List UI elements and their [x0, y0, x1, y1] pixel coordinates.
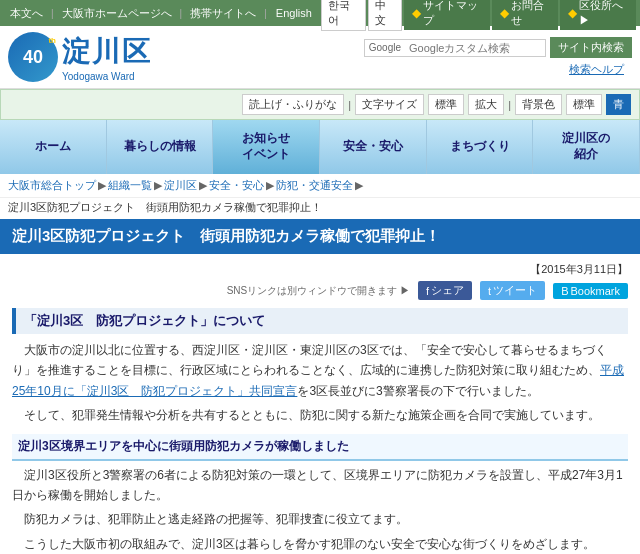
article-heading: 淀川3区防犯プロジェクト 街頭用防犯カメラ稼働で犯罪抑止！ — [0, 219, 640, 254]
acc-blue[interactable]: 青 — [606, 94, 631, 115]
main-navigation: ホーム 暮らしの情報 お知らせ イベント 安全・安心 まちづくり 淀川区の 紹介 — [0, 120, 640, 174]
share-icon: f — [426, 285, 429, 297]
section1-heading-text: 「淀川3区 防犯プロジェクト」について — [24, 313, 265, 328]
article-path: 淀川3区防犯プロジェクト 街頭用防犯カメラ稼働で犯罪抑止！ — [0, 198, 640, 219]
top-nav-contact[interactable]: ◆お問合せ — [492, 0, 558, 30]
logo-kanji: 淀川区 — [62, 33, 152, 71]
sep3: | — [264, 8, 267, 19]
tweet-button[interactable]: t ツイート — [480, 281, 545, 300]
bc-sep5: ▶ — [355, 179, 363, 192]
bc-sep2: ▶ — [154, 179, 162, 192]
acc-reading[interactable]: 読上げ・ふりがな — [242, 94, 344, 115]
sep1: | — [51, 8, 54, 19]
link-sengen[interactable]: 平成25年10月に「淀川3区 防犯プロジェクト」共同宣言 — [12, 363, 624, 397]
section2-para1: 淀川3区役所と3警察署の6者による防犯対策の一環として、区境界エリアに防犯カメラ… — [12, 465, 628, 506]
section2-heading-text: 淀川3区境界エリアを中心に街頭用防犯カメラが稼働しました — [18, 439, 349, 453]
nav-intro[interactable]: 淀川区の 紹介 — [533, 120, 640, 174]
section2-para2-text: 防犯カメラは、犯罪防止と逃走経路の把握等、犯罪捜査に役立てます。 — [24, 512, 408, 526]
top-nav-english[interactable]: English — [269, 4, 319, 22]
search-input[interactable] — [405, 40, 545, 56]
top-nav-right: ◆サイトマップ ◆お問合せ ◆区役所へ▶ — [404, 0, 636, 30]
acc-sep2: | — [508, 99, 511, 111]
bc-sep3: ▶ — [199, 179, 207, 192]
article-path-text: 淀川3区防犯プロジェクト 街頭用防犯カメラ稼働で犯罪抑止！ — [8, 201, 322, 213]
acc-standard[interactable]: 標準 — [428, 94, 464, 115]
article-content: 【2015年3月11日】 SNSリンクは別ウィンドウで開きます ▶ f シェア … — [0, 254, 640, 554]
header-right: Google サイト内検索 検索ヘルプ — [196, 37, 632, 77]
tweet-label: ツイート — [493, 283, 537, 298]
logo-roman: Yodogawa Ward — [62, 71, 152, 82]
top-navigation: 本文へ | 大阪市ホームページへ | 携帯サイトへ | English 한국어 … — [0, 0, 640, 26]
acc-sep1: | — [348, 99, 351, 111]
bookmark-label: Bookmark — [570, 285, 620, 297]
article-date: 【2015年3月11日】 — [12, 262, 628, 277]
breadcrumb: 大阪市総合トップ ▶ 組織一覧 ▶ 淀川区 ▶ 安全・安心 ▶ 防犯・交通安全 … — [0, 174, 640, 198]
share-button[interactable]: f シェア — [418, 281, 472, 300]
breadcrumb-ward[interactable]: 淀川区 — [164, 178, 197, 193]
nav-news[interactable]: お知らせ イベント — [213, 120, 320, 174]
logo-number: 40 — [23, 47, 43, 68]
search-button[interactable]: サイト内検索 — [550, 37, 632, 58]
top-nav-mobile[interactable]: 携帯サイトへ — [184, 4, 262, 23]
bookmark-button[interactable]: B Bookmark — [553, 283, 628, 299]
top-nav-chinese[interactable]: 中文 — [368, 0, 402, 31]
contact-icon: ◆ — [500, 6, 509, 20]
breadcrumb-crime[interactable]: 防犯・交通安全 — [276, 178, 353, 193]
logo-area: 40 th 淀川区 Yodogawa Ward — [8, 32, 188, 82]
sitemap-icon: ◆ — [412, 6, 421, 20]
section1-para1-text: 大阪市の淀川以北に位置する、西淀川区・淀川区・東淀川区の3区では、「安全で安心し… — [12, 343, 624, 398]
top-nav-osaka[interactable]: 大阪市ホームページへ — [56, 4, 178, 23]
nav-safety[interactable]: 安全・安心 — [320, 120, 427, 174]
ward-icon: ◆ — [568, 6, 577, 20]
acc-large[interactable]: 拡大 — [468, 94, 504, 115]
acc-bgcolor[interactable]: 背景色 — [515, 94, 562, 115]
acc-fontsize[interactable]: 文字サイズ — [355, 94, 424, 115]
bc-sep4: ▶ — [266, 179, 274, 192]
search-help-link[interactable]: 検索ヘルプ — [569, 63, 624, 75]
acc-white[interactable]: 標準 — [566, 94, 602, 115]
section1-para2: そして、犯罪発生情報や分析を共有するとともに、防犯に関する新たな施策企画を合同で… — [12, 405, 628, 425]
section1-para1: 大阪市の淀川以北に位置する、西淀川区・淀川区・東淀川区の3区では、「安全で安心し… — [12, 340, 628, 401]
share-label: シェア — [431, 283, 464, 298]
bookmark-icon: B — [561, 285, 568, 297]
sep2: | — [180, 8, 183, 19]
tweet-icon: t — [488, 285, 491, 297]
top-nav-honbun[interactable]: 本文へ — [4, 4, 49, 23]
sns-bar: SNSリンクは別ウィンドウで開きます ▶ f シェア t ツイート B Book… — [12, 281, 628, 300]
breadcrumb-top[interactable]: 大阪市総合トップ — [8, 178, 96, 193]
top-nav-ward[interactable]: ◆区役所へ▶ — [560, 0, 636, 30]
sns-note: SNSリンクは別ウィンドウで開きます ▶ — [227, 284, 410, 298]
section2-heading: 淀川3区境界エリアを中心に街頭用防犯カメラが稼働しました — [12, 434, 628, 461]
date-text: 【2015年3月11日】 — [530, 263, 628, 275]
accessibility-bar: 読上げ・ふりがな | 文字サイズ 標準 拡大 | 背景色 標準 青 — [0, 89, 640, 120]
google-label: Google — [365, 40, 405, 55]
section2-para2: 防犯カメラは、犯罪防止と逃走経路の把握等、犯罪捜査に役立てます。 — [12, 509, 628, 529]
top-nav-sitemap[interactable]: ◆サイトマップ — [404, 0, 490, 30]
search-row: Google サイト内検索 — [364, 37, 632, 58]
nav-town[interactable]: まちづくり — [427, 120, 534, 174]
section2-para3: こうした大阪市初の取組みで、淀川3区は暮らしを脅かす犯罪のない安全で安心な街づく… — [12, 534, 628, 554]
nav-living[interactable]: 暮らしの情報 — [107, 120, 214, 174]
logo-th: th — [48, 36, 56, 45]
logo-circle: 40 th — [8, 32, 58, 82]
section2-para3-text: こうした大阪市初の取組みで、淀川3区は暮らしを脅かす犯罪のない安全で安心な街づく… — [24, 537, 595, 551]
nav-home[interactable]: ホーム — [0, 120, 107, 174]
breadcrumb-org[interactable]: 組織一覧 — [108, 178, 152, 193]
logo-text: 淀川区 Yodogawa Ward — [62, 33, 152, 82]
section1-para2-text: そして、犯罪発生情報や分析を共有するとともに、防犯に関する新たな施策企画を合同で… — [24, 408, 600, 422]
section2-para1-text: 淀川3区役所と3警察署の6者による防犯対策の一環として、区境界エリアに防犯カメラ… — [12, 468, 623, 502]
header: 40 th 淀川区 Yodogawa Ward Google サイト内検索 検索… — [0, 26, 640, 89]
search-box: Google — [364, 39, 546, 57]
breadcrumb-safety[interactable]: 安全・安心 — [209, 178, 264, 193]
bc-sep1: ▶ — [98, 179, 106, 192]
section1-heading: 「淀川3区 防犯プロジェクト」について — [12, 308, 628, 334]
article-heading-text: 淀川3区防犯プロジェクト 街頭用防犯カメラ稼働で犯罪抑止！ — [12, 227, 440, 244]
top-nav-korean[interactable]: 한국어 — [321, 0, 366, 31]
